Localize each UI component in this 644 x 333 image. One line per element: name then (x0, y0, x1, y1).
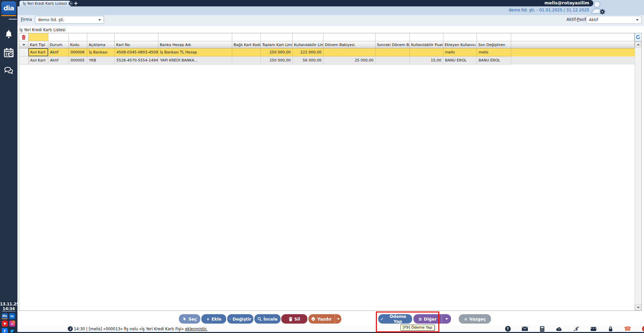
filter-input-donem-bakiyesi[interactable] (324, 33, 376, 41)
column-header-kullanilabilir-limit[interactable]: Kullanılabilir Limit (293, 41, 324, 48)
filter-input-kart-no[interactable] (115, 33, 158, 41)
cloud-sync-icon[interactable] (556, 326, 562, 332)
refresh-icon[interactable] (635, 33, 641, 41)
filter-input-extra[interactable] (511, 33, 635, 41)
exchange-rates-icon[interactable]: $ (573, 326, 579, 332)
cell-kullanilabilir-limit: 222 000,00 (293, 48, 324, 56)
odeme-yap-button-label: Ödeme Yap (386, 314, 410, 324)
filter-input-banka-hesap-adi[interactable] (158, 33, 232, 41)
column-header-kart-no[interactable]: Kart No (115, 41, 158, 48)
column-header-donem-bakiyesi[interactable]: Dönem Bakiyesi (324, 41, 376, 48)
firma-label: Firma (21, 17, 32, 22)
column-header-filler (511, 41, 635, 48)
degistir-button[interactable]: Değiştir (227, 314, 253, 324)
status-icons: ? $ ••• ☎ i (505, 326, 644, 332)
calendar-icon[interactable] (3, 47, 14, 58)
column-header-toplam-kart-limiti[interactable]: Toplam Kart Limiti (261, 41, 293, 48)
notifications-bell-icon[interactable] (3, 29, 14, 40)
cell-ekleyen-kullanici: BANU EROL (443, 56, 477, 65)
cell-bagli-kart-kodu (232, 48, 261, 56)
cell-kart-no: 5526-4570-5554-1494 (115, 56, 158, 65)
messages-icon[interactable]: ••• (590, 326, 596, 332)
youtube-icon[interactable] (2, 321, 8, 327)
help-icon[interactable]: ? (505, 326, 511, 332)
new-tab-button[interactable]: + (73, 0, 79, 6)
scroll-down-arrow[interactable] (635, 304, 641, 310)
column-header-kodu[interactable]: Kodu (69, 41, 87, 48)
sil-button[interactable]: Sil (281, 314, 307, 324)
cell-kodu: 000006 (69, 48, 87, 56)
odeme-yap-tooltip: [F9] Ödeme Yap (400, 325, 435, 331)
chat-icon[interactable] (3, 65, 14, 77)
user-profile-icon[interactable] (590, 0, 606, 15)
aktif-pasif-select[interactable]: Aktif (586, 16, 642, 24)
filter-input-sonraki-donem[interactable] (376, 33, 410, 41)
filter-input-bagli-kart-kodu[interactable] (232, 33, 261, 41)
cell-kart-tipi: Asıl Kart (29, 48, 48, 56)
arrow-up-icon (637, 44, 640, 45)
cell-kart-no: 4508-0345-0803-4509 (115, 48, 158, 56)
dia-social-icon[interactable]: dia (2, 313, 8, 319)
column-header-aciklama[interactable]: Açıklama (87, 41, 115, 48)
filter-input-aciklama[interactable] (87, 33, 115, 41)
mail-icon[interactable] (522, 326, 528, 332)
dia-logo[interactable]: dia (1, 1, 16, 15)
diger-button[interactable]: ≡ Diğer (413, 314, 442, 324)
twitter-icon[interactable] (9, 328, 15, 333)
facebook-icon[interactable]: f (2, 328, 8, 333)
instagram-icon[interactable]: ◎ (9, 321, 15, 327)
yazdir-button[interactable]: Yazdır (308, 314, 335, 324)
chevron-down-icon (337, 318, 340, 320)
column-header-durum[interactable]: Durum (48, 41, 69, 48)
filter-input-ekleyen-kullanici[interactable] (443, 33, 477, 41)
cell-aciklama: İş Bankası (87, 48, 115, 56)
ekle-button[interactable]: + Ekle (201, 314, 226, 324)
phone-icon[interactable]: ☎ (625, 326, 631, 332)
scroll-up-arrow[interactable] (635, 41, 641, 47)
lock-icon[interactable] (607, 326, 613, 332)
search-icon (257, 317, 262, 321)
info-icon: i (68, 326, 73, 331)
vazgec-button[interactable]: × Vazgeç (459, 314, 491, 324)
table-row-selected[interactable]: Asıl Kart Aktif 000006 İş Bankası 4508-0… (19, 48, 635, 56)
dia-logo-underline (1, 15, 16, 16)
incele-button[interactable]: İncele (254, 314, 281, 324)
linkedin-icon[interactable]: in (9, 313, 15, 319)
column-header-son-degistiren[interactable]: Son Değiştiren (477, 41, 511, 48)
column-header-banka-hesap-adi[interactable]: Banka Hesap Adı (158, 41, 232, 48)
vertical-scrollbar[interactable] (635, 41, 641, 310)
column-header-bagli-kart-kodu[interactable]: Bağlı Kart Kodu (232, 41, 261, 48)
filter-input-kodu[interactable] (69, 33, 87, 41)
sec-button[interactable]: Seç (179, 314, 200, 324)
filter-input-son-degistiren[interactable] (477, 33, 511, 41)
table-row[interactable]: Asıl Kart Aktif 000005 YKB 5526-4570-555… (19, 56, 635, 65)
yazdir-dropdown-arrow[interactable] (335, 314, 341, 324)
tab-title: İş Yeri Kredi Kartı Listesi (23, 1, 67, 6)
logged-in-user: melis@rotayazilim (544, 0, 589, 5)
aktif-pasif-label: Aktif-Pasif (566, 17, 586, 22)
odeme-yap-button[interactable]: ✓ Ödeme Yap (378, 314, 412, 324)
column-header-ekleyen-kullanici[interactable]: Ekleyen Kullanıcı (443, 41, 477, 48)
row-selector[interactable] (19, 56, 29, 65)
row-selector-dropdown[interactable] (19, 41, 29, 48)
filter-input-durum[interactable] (48, 33, 69, 41)
row-selector[interactable] (19, 48, 29, 56)
diger-dropdown-arrow[interactable] (442, 314, 451, 324)
filter-input-kullanilabilir-puan[interactable] (410, 33, 443, 41)
column-header-kullanilabilir-puan[interactable]: Kullanılabilir Puan (410, 41, 443, 48)
column-header-sonraki-donem-bakiyesi[interactable]: Sonraki Dönem Bakiyesi (376, 41, 410, 48)
sidebar-datetime: 13.11.25 14:34 (0, 302, 17, 311)
cell-toplam-kart-limiti: 250 000,00 (261, 48, 293, 56)
column-header-kart-tipi[interactable]: Kart Tipi (29, 41, 48, 48)
filter-input-kullanilabilir-limit[interactable] (293, 33, 324, 41)
notifications-info-icon[interactable]: i (642, 326, 644, 332)
status-message-link[interactable]: eklenmiştir. (185, 327, 207, 331)
calculator-icon[interactable] (539, 326, 545, 332)
clear-filters-trash-icon[interactable] (19, 33, 29, 41)
filter-input-toplam-kart-limiti[interactable] (261, 33, 293, 41)
filter-input-kart-tipi[interactable] (29, 33, 48, 41)
tab-is-yeri-kredi-karti-listesi[interactable]: İş Yeri Kredi Kartı Listesi × (19, 1, 70, 6)
cell-durum: Aktif (48, 56, 69, 65)
firma-select[interactable]: demo ltd. şti. (35, 16, 104, 24)
cell-sonraki-donem (376, 56, 410, 65)
